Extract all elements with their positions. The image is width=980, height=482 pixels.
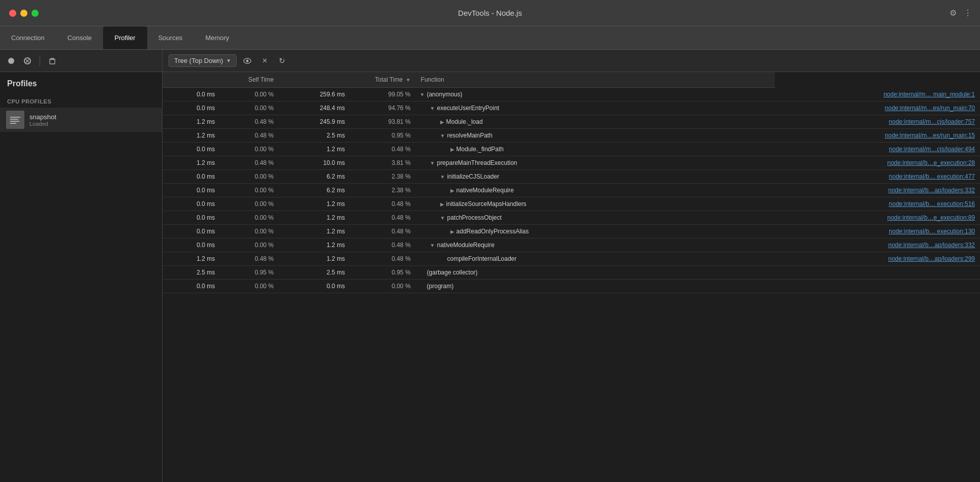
table-row[interactable]: 0.0 ms 0.00 % 1.2 ms 0.48 % ▶initializeS… [162,197,980,211]
self-time-pct: 0.48 % [220,115,279,129]
table-row[interactable]: 0.0 ms 0.00 % 6.2 ms 2.38 % ▶nativeModul… [162,184,980,197]
expand-icon[interactable]: ▼ [440,215,445,221]
tab-profiler[interactable]: Profiler [103,26,147,49]
svg-rect-11 [10,119,18,120]
tab-memory[interactable]: Memory [194,26,241,49]
expand-icon[interactable]: ▼ [440,174,445,180]
svg-rect-13 [10,123,16,124]
function-url[interactable]: node:internal/m…es/run_main:15 [775,129,980,143]
total-time-pct: 99.05 % [350,88,415,101]
function-name: ▼(anonymous) [416,88,775,101]
expand-icon[interactable]: ▼ [420,92,425,97]
function-url[interactable] [775,280,980,293]
col-header-self-time[interactable]: Self Time [162,72,279,88]
profile-item-snapshot[interactable]: snapshot Loaded [0,108,162,132]
table-row[interactable]: 1.2 ms 0.48 % 1.2 ms 0.48 % compileForIn… [162,252,980,266]
table-row[interactable]: 0.0 ms 0.00 % 259.6 ms 99.05 % ▼(anonymo… [162,88,980,101]
function-name: ▼initializeCJSLoader [416,170,775,184]
col-header-total-time[interactable]: Total Time ▼ [279,72,416,88]
table-row[interactable]: 1.2 ms 0.48 % 245.9 ms 93.81 % ▶Module._… [162,115,980,129]
self-time-ms: 1.2 ms [162,129,220,143]
expand-icon[interactable]: ▶ [450,147,454,152]
table-header-row: Self Time Total Time ▼ Function [162,72,980,88]
function-url[interactable]: node:internal/m…cjs/loader:494 [775,143,980,156]
close-icon-button[interactable]: ✕ [258,54,271,67]
total-time-ms: 1.2 ms [279,211,350,225]
self-time-pct: 0.00 % [220,211,279,225]
function-url[interactable]: node:internal/b…ap/loaders:299 [775,252,980,266]
self-time-ms: 0.0 ms [162,225,220,238]
total-time-pct: 3.81 % [350,156,415,170]
self-time-ms: 0.0 ms [162,88,220,101]
total-time-pct: 2.38 % [350,170,415,184]
expand-icon[interactable]: ▶ [440,201,444,207]
total-time-ms: 2.5 ms [279,266,350,280]
refresh-icon: ↻ [279,56,285,65]
table-row[interactable]: 0.0 ms 0.00 % 1.2 ms 0.48 % ▶Module._fin… [162,143,980,156]
self-time-pct: 0.00 % [220,280,279,293]
tab-console[interactable]: Console [56,26,104,49]
maximize-button[interactable] [31,10,39,17]
expand-icon[interactable]: ▼ [440,133,445,139]
table-row[interactable]: 0.0 ms 0.00 % 1.2 ms 0.48 % ▼nativeModul… [162,238,980,252]
table-row[interactable]: 2.5 ms 0.95 % 2.5 ms 0.95 % (garbage col… [162,266,980,280]
cpu-profiles-label: CPU PROFILES [0,91,162,108]
refresh-icon-button[interactable]: ↻ [275,54,288,67]
settings-icon[interactable]: ⚙ [950,8,957,18]
total-time-ms: 1.2 ms [279,197,350,211]
function-url[interactable]: node:internal/b…e_execution:89 [775,211,980,225]
total-time-pct: 2.38 % [350,184,415,197]
table-row[interactable]: 0.0 ms 0.00 % 6.2 ms 2.38 % ▼initializeC… [162,170,980,184]
function-url[interactable]: node:internal/m… main_module:1 [775,88,980,101]
record-button[interactable] [5,55,17,67]
total-time-pct: 0.48 % [350,252,415,266]
function-url[interactable]: node:internal/b… execution:130 [775,225,980,238]
dropdown-arrow-icon: ▼ [226,58,231,63]
function-url[interactable]: node:internal/b…ap/loaders:332 [775,238,980,252]
function-url[interactable]: node:internal/m…es/run_main:70 [775,101,980,115]
view-selector-label: Tree (Top Down) [174,57,223,64]
self-time-ms: 1.2 ms [162,115,220,129]
expand-icon[interactable]: ▼ [430,243,435,248]
close-icon: ✕ [262,57,268,64]
function-url[interactable]: node:internal/m…cjs/loader:757 [775,115,980,129]
table-row[interactable]: 1.2 ms 0.48 % 2.5 ms 0.95 % ▼resolveMain… [162,129,980,143]
delete-button[interactable] [46,55,58,67]
function-name: ▶Module._findPath [416,143,775,156]
self-time-ms: 0.0 ms [162,143,220,156]
content-panel: Tree (Top Down) ▼ ✕ ↻ Self Time [162,50,980,482]
total-time-ms: 1.2 ms [279,252,350,266]
view-selector[interactable]: Tree (Top Down) ▼ [169,54,237,67]
function-url[interactable]: node:internal/b… execution:477 [775,170,980,184]
expand-icon[interactable]: ▼ [430,106,435,111]
total-time-pct: 0.48 % [350,238,415,252]
eye-icon-button[interactable] [241,54,254,67]
total-time-ms: 259.6 ms [279,88,350,101]
minimize-button[interactable] [20,10,27,17]
tab-sources[interactable]: Sources [147,26,194,49]
profiler-table[interactable]: Self Time Total Time ▼ Function 0.0 ms 0… [162,72,980,482]
expand-icon[interactable]: ▶ [450,229,454,234]
stop-button[interactable] [21,55,34,67]
self-time-ms: 0.0 ms [162,238,220,252]
total-time-pct: 0.48 % [350,143,415,156]
table-row[interactable]: 0.0 ms 0.00 % 1.2 ms 0.48 % ▼patchProces… [162,211,980,225]
table-row[interactable]: 1.2 ms 0.48 % 10.0 ms 3.81 % ▼prepareMai… [162,156,980,170]
function-url[interactable] [775,266,980,280]
expand-icon[interactable]: ▶ [450,188,454,193]
function-name: ▼executeUserEntryPoint [416,101,775,115]
expand-icon[interactable]: ▶ [440,119,444,125]
close-button[interactable] [9,10,16,17]
tab-connection[interactable]: Connection [0,26,56,49]
tab-bar: Connection Console Profiler Sources Memo… [0,26,980,50]
function-url[interactable]: node:internal/b…e_execution:28 [775,156,980,170]
table-row[interactable]: 0.0 ms 0.00 % 0.0 ms 0.00 % (program) [162,280,980,293]
expand-icon[interactable]: ▼ [430,160,435,166]
total-time-pct: 0.95 % [350,129,415,143]
more-options-icon[interactable]: ⋮ [964,8,972,18]
table-row[interactable]: 0.0 ms 0.00 % 248.4 ms 94.76 % ▼executeU… [162,101,980,115]
function-url[interactable]: node:internal/b…ap/loaders:332 [775,184,980,197]
function-url[interactable]: node:internal/b… execution:516 [775,197,980,211]
total-time-pct: 93.81 % [350,115,415,129]
table-row[interactable]: 0.0 ms 0.00 % 1.2 ms 0.48 % ▶addReadOnly… [162,225,980,238]
